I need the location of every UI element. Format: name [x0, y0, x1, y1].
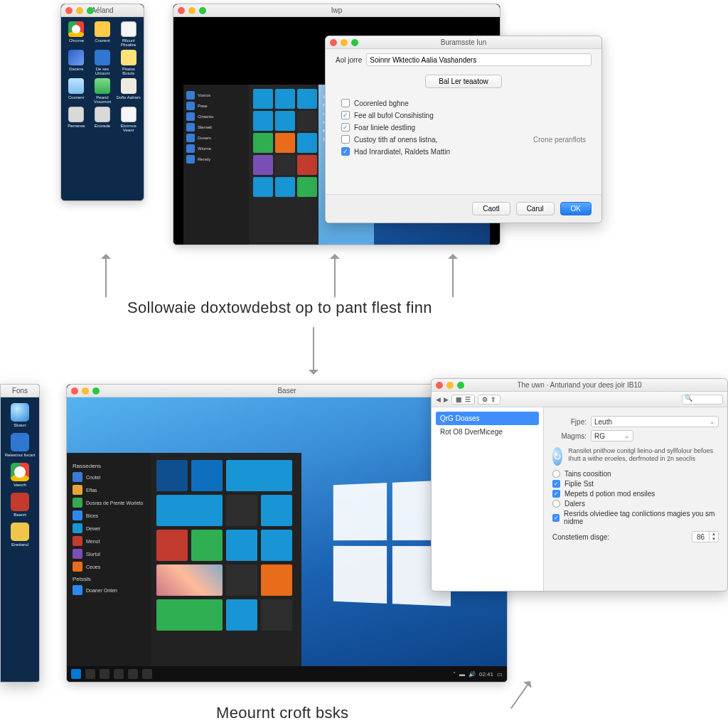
start-tile[interactable]: [156, 599, 223, 631]
start-tile[interactable]: [261, 530, 292, 561]
start-tile[interactable]: [261, 495, 292, 526]
action-segmented[interactable]: ⚙⇪: [478, 395, 500, 405]
tray-network-icon[interactable]: ▬: [459, 671, 465, 678]
start-tile[interactable]: [156, 564, 223, 596]
toolbar-back-icon[interactable]: ◀: [436, 396, 441, 403]
tray-notifications-icon[interactable]: ▭: [497, 671, 503, 678]
start-tile[interactable]: [253, 89, 273, 109]
start-tile[interactable]: [156, 460, 188, 491]
window-controls[interactable]: [330, 39, 358, 46]
start-tile[interactable]: [226, 599, 257, 631]
window-controls[interactable]: [436, 382, 464, 389]
task-item[interactable]: [128, 669, 138, 679]
start-list-item[interactable]: Cnotel: [73, 472, 145, 482]
start-tile[interactable]: [253, 177, 273, 197]
start-tile[interactable]: [226, 530, 257, 561]
start-tile[interactable]: [226, 460, 292, 491]
cancel2-button[interactable]: Carul: [516, 202, 555, 215]
start-list-item[interactable]: Rensly: [186, 155, 246, 164]
app-launcher[interactable]: Enettand: [11, 523, 29, 547]
start-menu[interactable]: Rassedens CnotelEflasDosras de Prente Wo…: [67, 453, 301, 666]
task-item[interactable]: [114, 669, 124, 679]
task-item[interactable]: [100, 669, 109, 679]
start-tile[interactable]: [297, 133, 317, 153]
start-menu[interactable]: VosrosPaseCirasntoSlemeltDosersWiorneRen…: [183, 85, 318, 245]
start-list-item[interactable]: Eflas: [73, 485, 145, 495]
start-list-item[interactable]: Dosras de Prente Worleto: [73, 498, 145, 508]
list-item[interactable]: QrG Doases: [436, 412, 539, 425]
app-launcher[interactable]: Perranse: [64, 107, 89, 132]
start-tile[interactable]: [297, 155, 317, 175]
checkbox[interactable]: [552, 480, 560, 488]
checkbox[interactable]: [341, 123, 350, 132]
start-tile[interactable]: [156, 495, 223, 526]
start-tile[interactable]: [253, 111, 273, 131]
side-link[interactable]: Crone peranflots: [533, 136, 586, 144]
app-launcher[interactable]: Ebnrnus Veanr: [116, 107, 141, 132]
radio[interactable]: [552, 500, 560, 508]
start-tile[interactable]: [226, 495, 257, 526]
app-launcher[interactable]: Ecorede: [90, 107, 115, 132]
start-tile[interactable]: [275, 177, 295, 197]
start-tile[interactable]: [275, 89, 295, 109]
start-tile[interactable]: [261, 564, 292, 596]
taskbar[interactable]: ˄ ▬ 🔊 02:41 ▭: [67, 666, 507, 682]
window-controls[interactable]: [65, 7, 94, 14]
app-launcher[interactable]: Cusnenr: [64, 78, 89, 104]
start-list-item[interactable]: Dosers: [186, 134, 246, 142]
app-launcher[interactable]: Chrome: [64, 21, 89, 47]
start-list-item[interactable]: Cirasnto: [186, 112, 246, 121]
wide-action-button[interactable]: Bal Ler teaatow: [425, 75, 502, 88]
task-item[interactable]: [142, 669, 152, 679]
start-list-item[interactable]: Dewer: [73, 523, 145, 533]
start-tile[interactable]: [226, 564, 257, 596]
app-launcher[interactable]: Vascrh: [11, 463, 29, 487]
start-list-item[interactable]: Doaner Onten: [73, 585, 145, 595]
start-tile[interactable]: [297, 111, 317, 131]
name-input[interactable]: [366, 53, 592, 66]
checkbox[interactable]: [552, 490, 560, 498]
app-launcher[interactable]: Peand Vcsorrort: [90, 78, 115, 104]
start-list-item[interactable]: Ceoes: [73, 562, 145, 572]
app-launcher[interactable]: Rilcunl Plisaltre: [116, 21, 141, 47]
app-launcher[interactable]: Pisetst Bututs: [116, 50, 141, 75]
view-segmented[interactable]: ▦☰: [451, 395, 475, 405]
app-launcher[interactable]: Baanrt: [11, 493, 29, 517]
name-select[interactable]: Leuth⌄: [591, 416, 719, 427]
list-item[interactable]: Rot O8 DverMicege: [436, 425, 539, 439]
stepper-up-icon[interactable]: ▲: [710, 532, 718, 537]
checkbox[interactable]: [552, 514, 560, 522]
app-launcher[interactable]: Sbaun: [11, 403, 29, 427]
start-list-item[interactable]: Menot: [73, 536, 145, 546]
system-tray[interactable]: ˄ ▬ 🔊 02:41 ▭: [453, 671, 503, 678]
start-tile[interactable]: [156, 530, 188, 561]
start-list-item[interactable]: Bices: [73, 510, 145, 520]
checkbox[interactable]: [341, 99, 350, 107]
tray-chevron-icon[interactable]: ˄: [453, 671, 456, 678]
start-button[interactable]: [71, 669, 81, 679]
start-tile[interactable]: [275, 111, 295, 131]
start-tile[interactable]: [191, 460, 223, 491]
radio[interactable]: [552, 470, 560, 478]
app-launcher[interactable]: Relestnot livcart: [5, 433, 36, 457]
tray-clock[interactable]: 02:41: [479, 671, 493, 678]
cancel-button[interactable]: Caotl: [472, 202, 510, 215]
checkbox[interactable]: [341, 135, 350, 144]
start-tile[interactable]: [275, 155, 295, 175]
start-list-item[interactable]: Vosros: [186, 91, 246, 100]
start-list-item[interactable]: Pase: [186, 102, 246, 110]
checkbox[interactable]: [341, 147, 350, 156]
toolbar-fwd-icon[interactable]: ▶: [444, 396, 449, 403]
app-launcher[interactable]: Dofts Aalrars: [116, 78, 141, 104]
window-controls[interactable]: [178, 7, 206, 14]
start-list-item[interactable]: Slortol: [73, 549, 145, 559]
app-launcher[interactable]: Cnorent: [90, 21, 115, 47]
window-controls[interactable]: [71, 387, 100, 395]
checkbox[interactable]: [341, 111, 350, 119]
app-launcher[interactable]: Dacens: [64, 50, 89, 75]
ok-button[interactable]: OK: [560, 202, 592, 215]
map-select[interactable]: RG⌄: [591, 430, 633, 441]
search-input[interactable]: [682, 395, 723, 405]
start-tile[interactable]: [253, 155, 273, 175]
stepper-down-icon[interactable]: ▼: [710, 537, 718, 542]
